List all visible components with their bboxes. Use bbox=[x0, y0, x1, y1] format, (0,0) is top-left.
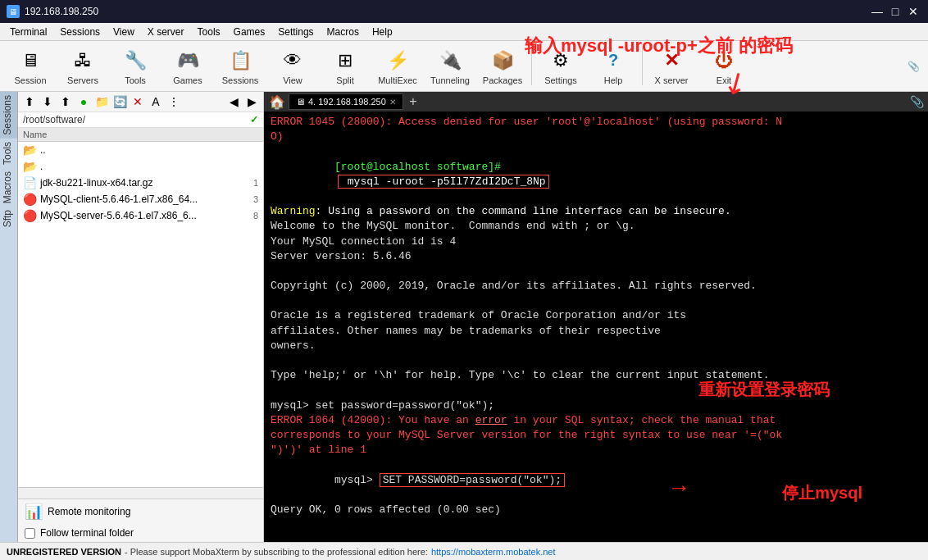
terminal-line-cmd: [root@localhost software]# mysql -uroot … bbox=[271, 144, 921, 204]
tab-close-icon[interactable]: ✕ bbox=[389, 98, 396, 107]
terminal-mysql-cmd-3: mysql> service mysql stop bbox=[271, 532, 921, 542]
sessions-label: Sessions bbox=[222, 75, 259, 85]
menu-view[interactable]: View bbox=[107, 25, 141, 39]
app-window: 输入mysql -uroot-p+之前 的密码 ↙ 重新设置登录密码 停止mys… bbox=[0, 0, 928, 560]
terminal-line: Type 'help;' or '\h' for help. Type '\c'… bbox=[271, 368, 921, 383]
servers-label: Servers bbox=[67, 75, 98, 85]
terminal-line: Server version: 5.6.46 bbox=[271, 249, 921, 264]
tools-icon: 🔧 bbox=[122, 48, 148, 74]
menu-bar: Terminal Sessions View X server Tools Ga… bbox=[0, 23, 928, 41]
session-button[interactable]: 🖥 Session bbox=[5, 43, 56, 89]
terminal-tab-label: 4. 192.168.198.250 bbox=[308, 97, 386, 107]
multiexec-button[interactable]: ⚡ MultiExec bbox=[372, 43, 423, 89]
file-item-name: MySQL-server-5.6.46-1.el7.x86_6... bbox=[40, 210, 250, 221]
tab-attach-button[interactable]: 📎 bbox=[908, 93, 925, 110]
file-hscrollbar[interactable] bbox=[18, 487, 263, 499]
settings-label: Settings bbox=[544, 75, 577, 85]
toolbar: 🖥 Session 🖧 Servers 🔧 Tools 🎮 Games 📋 Se… bbox=[0, 41, 928, 92]
remote-monitoring-label: Remote monitoring bbox=[48, 506, 130, 517]
sidebar-tab-sftp[interactable]: Sftp bbox=[0, 207, 17, 230]
file-item-mysql-client[interactable]: 🔴 MySQL-client-5.6.46-1.el7.x86_64... 3 bbox=[18, 191, 263, 207]
follow-folder-checkbox[interactable] bbox=[25, 528, 35, 539]
file-refresh-button[interactable]: 🔄 bbox=[111, 93, 128, 110]
file-item-size: 3 bbox=[253, 194, 258, 204]
file-green-button[interactable]: ● bbox=[75, 93, 92, 110]
terminal-blank-line bbox=[271, 294, 921, 308]
sidebar-tab-sessions[interactable]: Sessions bbox=[0, 92, 17, 139]
settings-button[interactable]: ⚙ Settings bbox=[535, 43, 586, 89]
games-button[interactable]: 🎮 Games bbox=[162, 43, 213, 89]
xserver-button[interactable]: ✕ X server bbox=[646, 43, 697, 89]
file-more-button[interactable]: ⋮ bbox=[166, 93, 182, 110]
menu-sessions[interactable]: Sessions bbox=[53, 25, 107, 39]
file-nav-prev-button[interactable]: ◀ bbox=[225, 93, 242, 110]
file-item-current[interactable]: 📂 . bbox=[18, 158, 263, 175]
file-item-jdk[interactable]: 📄 jdk-8u221-linux-x64.tar.gz 1 bbox=[18, 175, 263, 191]
file-item-name: MySQL-client-5.6.46-1.el7.x86_64... bbox=[40, 193, 250, 205]
minimize-button[interactable]: — bbox=[869, 3, 885, 20]
packages-button[interactable]: 📦 Packages bbox=[477, 43, 528, 89]
terminal-blank-line bbox=[271, 383, 921, 398]
terminal-line: Warning: Using a password on the command… bbox=[271, 204, 921, 219]
window-controls: — □ ✕ bbox=[869, 3, 921, 20]
exit-label: Exit bbox=[716, 75, 731, 85]
servers-button[interactable]: 🖧 Servers bbox=[57, 43, 108, 89]
menu-games[interactable]: Games bbox=[227, 25, 272, 39]
file-toolbar: ⬆ ⬇ ⬆ ● 📁 🔄 ✕ A ⋮ ◀ ▶ bbox=[18, 92, 263, 112]
help-icon: ? bbox=[600, 48, 626, 74]
folder-icon: 📂 bbox=[23, 160, 37, 173]
session-label: Session bbox=[14, 75, 46, 85]
split-button[interactable]: ⊞ Split bbox=[320, 43, 371, 89]
menu-macros[interactable]: Macros bbox=[321, 25, 366, 39]
file-delete-button[interactable]: ✕ bbox=[130, 93, 146, 110]
tab-home-icon[interactable]: 🏠 bbox=[267, 93, 287, 110]
multiexec-label: MultiExec bbox=[378, 75, 417, 85]
terminal-blank-line bbox=[271, 353, 921, 368]
multiexec-icon: ⚡ bbox=[384, 48, 411, 74]
file-path-ok-icon: ✓ bbox=[250, 114, 258, 125]
close-button[interactable]: ✕ bbox=[905, 3, 921, 20]
file-folder-button[interactable]: 📁 bbox=[93, 93, 110, 110]
follow-folder-label: Follow terminal folder bbox=[40, 527, 134, 539]
file-nav-next-button[interactable]: ▶ bbox=[243, 93, 260, 110]
terminal-blank-line bbox=[271, 264, 921, 279]
exit-button[interactable]: ⏻ Exit bbox=[698, 43, 749, 89]
menu-terminal[interactable]: Terminal bbox=[3, 25, 53, 39]
servers-icon: 🖧 bbox=[70, 48, 96, 74]
maximize-button[interactable]: □ bbox=[887, 3, 903, 20]
file-upload-button[interactable]: ⬆ bbox=[57, 93, 74, 110]
tools-button[interactable]: 🔧 Tools bbox=[110, 43, 161, 89]
file-path-input[interactable] bbox=[23, 114, 250, 125]
file-path-bar: ✓ bbox=[18, 112, 263, 128]
view-button[interactable]: 👁 View bbox=[267, 43, 318, 89]
file-item-mysql-server[interactable]: 🔴 MySQL-server-5.6.46-1.el7.x86_6... 8 bbox=[18, 207, 263, 224]
left-sidebar: Sessions Tools Macros Sftp bbox=[0, 92, 18, 542]
terminal-blank-line bbox=[271, 517, 921, 532]
status-link[interactable]: https://mobaxterm.mobatek.net bbox=[431, 547, 556, 557]
menu-xserver[interactable]: X server bbox=[141, 25, 191, 39]
sidebar-tab-macros[interactable]: Macros bbox=[0, 168, 17, 207]
file-item-parent[interactable]: 📂 .. bbox=[18, 142, 263, 158]
terminal-line: owners. bbox=[271, 339, 921, 353]
split-label: Split bbox=[336, 75, 353, 85]
packages-label: Packages bbox=[483, 75, 522, 85]
tunneling-button[interactable]: 🔌 Tunneling bbox=[425, 43, 475, 89]
terminal-line: Oracle is a registered trademark of Orac… bbox=[271, 308, 921, 323]
file-back-button[interactable]: ⬆ bbox=[21, 93, 38, 110]
sessions-button[interactable]: 📋 Sessions bbox=[215, 43, 266, 89]
file-download-button[interactable]: ⬇ bbox=[39, 93, 56, 110]
file-font-button[interactable]: A bbox=[148, 93, 164, 110]
rpm-icon: 🔴 bbox=[23, 193, 37, 206]
terminal-tab-4[interactable]: 🖥 4. 192.168.198.250 ✕ bbox=[289, 93, 403, 110]
file-item-name: .. bbox=[40, 144, 258, 156]
terminal-content[interactable]: ERROR 1045 (28000): Access denied for us… bbox=[264, 112, 928, 542]
sidebar-tab-tools[interactable]: Tools bbox=[0, 139, 17, 168]
menu-settings[interactable]: Settings bbox=[271, 25, 320, 39]
menu-tools[interactable]: Tools bbox=[191, 25, 227, 39]
exit-icon: ⏻ bbox=[711, 48, 737, 74]
status-message: - Please support MobaXterm by subscribin… bbox=[125, 547, 428, 557]
help-button[interactable]: ? Help bbox=[588, 43, 639, 89]
terminal-line: affiliates. Other names may be trademark… bbox=[271, 324, 921, 339]
menu-help[interactable]: Help bbox=[366, 25, 399, 39]
tab-add-button[interactable]: + bbox=[405, 93, 421, 110]
